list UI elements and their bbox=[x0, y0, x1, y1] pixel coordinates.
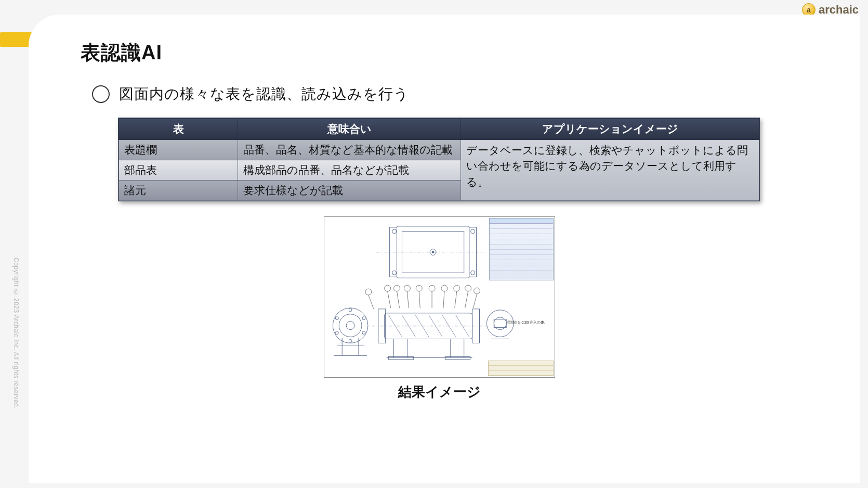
svg-point-19 bbox=[416, 285, 422, 291]
cell-meaning: 構成部品の品番、品名などが記載 bbox=[238, 160, 461, 181]
svg-point-32 bbox=[339, 314, 362, 337]
cell-meaning: 品番、品名、材質など基本的な情報の記載 bbox=[238, 140, 461, 160]
svg-point-38 bbox=[335, 331, 338, 335]
result-image: 潤滑油を 0.30ℓ 注入の事。 bbox=[324, 216, 555, 378]
bullet-circle-icon bbox=[92, 85, 110, 103]
svg-point-21 bbox=[429, 285, 435, 291]
svg-point-39 bbox=[362, 331, 365, 335]
th-table-type: 表 bbox=[119, 119, 238, 140]
bullet-text: 図面内の様々な表を認識、読み込みを行う bbox=[119, 84, 409, 104]
bullet-row: 図面内の様々な表を認識、読み込みを行う bbox=[92, 84, 409, 104]
svg-line-30 bbox=[474, 294, 477, 308]
svg-point-8 bbox=[471, 229, 475, 234]
svg-point-9 bbox=[471, 271, 475, 275]
svg-point-36 bbox=[335, 317, 338, 320]
result-caption: 結果イメージ bbox=[324, 383, 555, 401]
cad-drawing: 潤滑油を 0.30ℓ 注入の事。 bbox=[324, 217, 555, 377]
svg-line-18 bbox=[407, 291, 409, 308]
svg-point-11 bbox=[365, 289, 372, 295]
th-meaning: 意味合い bbox=[238, 119, 461, 140]
cell-type: 諸元 bbox=[119, 181, 238, 201]
detected-table-overlay-bottom bbox=[488, 361, 554, 376]
svg-point-27 bbox=[465, 285, 471, 291]
svg-point-25 bbox=[454, 285, 460, 291]
svg-point-7 bbox=[392, 271, 397, 275]
svg-line-14 bbox=[388, 291, 391, 308]
svg-rect-60 bbox=[445, 356, 470, 359]
svg-point-35 bbox=[349, 339, 352, 342]
svg-rect-59 bbox=[389, 356, 414, 359]
definitions-table: 表 意味合い アプリケーションイメージ 表題欄 品番、品名、材質など基本的な情報… bbox=[119, 118, 759, 201]
svg-point-15 bbox=[394, 285, 400, 291]
cell-meaning: 要求仕様などが記載 bbox=[238, 181, 461, 201]
th-app-image: アプリケーションイメージ bbox=[461, 119, 759, 140]
cell-type: 表題欄 bbox=[119, 140, 238, 160]
svg-point-33 bbox=[346, 322, 354, 330]
svg-rect-63 bbox=[494, 319, 506, 328]
svg-line-20 bbox=[419, 291, 420, 308]
svg-line-24 bbox=[443, 291, 444, 308]
svg-point-23 bbox=[441, 285, 448, 291]
svg-line-28 bbox=[465, 291, 468, 308]
table-header-row: 表 意味合い アプリケーションイメージ bbox=[119, 119, 759, 140]
cell-type: 部品表 bbox=[119, 160, 238, 181]
svg-point-34 bbox=[349, 309, 352, 312]
svg-point-17 bbox=[404, 285, 410, 291]
copyright-text: Copyright © 2023 Archaic Inc. All rights… bbox=[12, 258, 20, 409]
svg-line-16 bbox=[397, 291, 400, 308]
svg-line-12 bbox=[369, 295, 374, 309]
definitions-table-wrap: 表 意味合い アプリケーションイメージ 表題欄 品番、品名、材質など基本的な情報… bbox=[118, 118, 760, 201]
svg-point-31 bbox=[333, 308, 368, 343]
drawing-note: 潤滑油を 0.30ℓ 注入の事。 bbox=[507, 320, 547, 325]
cell-app-image: データベースに登録し、検索やチャットボットによる問い合わせを可能にする為のデータ… bbox=[461, 140, 759, 201]
table-row: 表題欄 品番、品名、材質など基本的な情報の記載 データベースに登録し、検索やチャ… bbox=[119, 140, 759, 160]
svg-point-6 bbox=[392, 229, 397, 234]
slide-title: 表認識AI bbox=[81, 40, 162, 66]
detected-table-overlay-top bbox=[489, 218, 554, 280]
svg-point-29 bbox=[474, 288, 480, 294]
svg-point-5 bbox=[432, 251, 434, 253]
svg-point-37 bbox=[362, 317, 365, 320]
svg-point-13 bbox=[385, 285, 391, 291]
svg-line-26 bbox=[455, 291, 457, 308]
slide-card: 表認識AI 図面内の様々な表を認識、読み込みを行う 表 意味合い アプリケーショ… bbox=[29, 15, 860, 483]
